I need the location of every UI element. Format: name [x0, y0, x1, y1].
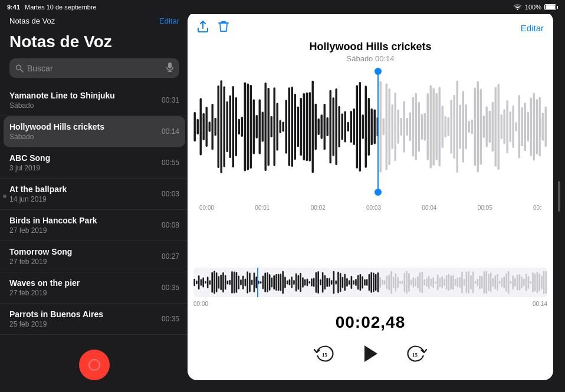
svg-rect-193	[340, 273, 341, 292]
svg-rect-8	[197, 119, 199, 134]
svg-rect-234	[431, 279, 432, 286]
svg-rect-191	[335, 280, 337, 284]
svg-rect-146	[236, 272, 238, 293]
svg-rect-100	[468, 121, 469, 133]
recording-item[interactable]: Yamanote Line to Shinjuku Sábado 00:31	[0, 85, 189, 116]
svg-rect-269	[508, 271, 510, 294]
detail-edit-button[interactable]: Editar	[521, 23, 544, 33]
rewind-15-button[interactable]: 15	[311, 341, 337, 367]
svg-rect-103	[477, 81, 478, 172]
svg-rect-93	[448, 117, 449, 136]
svg-rect-120	[527, 112, 529, 141]
svg-rect-181	[313, 278, 315, 287]
svg-rect-246	[457, 277, 459, 287]
svg-rect-42	[297, 107, 299, 147]
svg-rect-276	[523, 279, 525, 286]
svg-rect-19	[229, 95, 231, 158]
recording-item-date: Sábado	[9, 133, 104, 141]
svg-rect-28	[255, 115, 257, 139]
mini-waveform-svg	[193, 268, 547, 297]
svg-rect-142	[227, 281, 229, 285]
svg-rect-56	[339, 106, 340, 147]
recording-item[interactable]: Hollywood Hills crickets Sábado 00:14	[4, 116, 185, 147]
recording-item[interactable]: Birds in Hancock Park 27 feb 2019 00:08	[0, 210, 189, 241]
svg-rect-111	[501, 114, 502, 139]
svg-rect-88	[432, 88, 434, 166]
svg-rect-13	[211, 104, 213, 150]
recording-item-date: 25 feb 2019	[9, 320, 103, 328]
svg-rect-271	[512, 275, 514, 289]
svg-rect-165	[278, 274, 280, 291]
svg-rect-108	[492, 102, 494, 151]
svg-rect-106	[485, 106, 487, 147]
recording-item-date: 27 feb 2019	[9, 226, 97, 235]
svg-rect-90	[439, 87, 441, 167]
svg-rect-95	[454, 95, 455, 159]
svg-rect-273	[517, 275, 518, 291]
svg-rect-75	[395, 93, 396, 161]
svg-rect-188	[329, 278, 330, 287]
recording-item-date: 27 feb 2019	[9, 289, 80, 297]
svg-point-6	[89, 360, 100, 370]
svg-rect-176	[302, 277, 304, 288]
svg-rect-278	[528, 276, 530, 289]
detail-title: Hollywood Hills crickets	[188, 41, 553, 54]
recording-item[interactable]: Parrots in Buenos Aires 25 feb 2019 00:3…	[0, 304, 189, 335]
waveform-main[interactable]	[193, 68, 547, 203]
svg-rect-139	[220, 275, 222, 291]
mini-timeline-label: 00:00	[193, 301, 208, 307]
recording-item[interactable]: Tomorrow Song 27 feb 2019 00:27	[0, 241, 189, 272]
svg-rect-26	[250, 85, 252, 169]
svg-rect-227	[415, 278, 416, 286]
recording-item-duration: 00:14	[162, 127, 179, 136]
svg-rect-125	[542, 113, 544, 140]
recording-item[interactable]: At the ballpark 14 jun 2019 00:03	[0, 179, 189, 210]
recording-item-info: Tomorrow Song 27 feb 2019	[9, 247, 72, 266]
svg-rect-133	[207, 276, 209, 288]
svg-rect-189	[331, 280, 333, 285]
share-icon[interactable]	[197, 20, 209, 36]
delete-icon[interactable]	[218, 20, 229, 36]
svg-rect-34	[273, 87, 275, 166]
svg-rect-78	[403, 101, 405, 152]
svg-rect-270	[510, 281, 512, 284]
svg-rect-157	[260, 281, 262, 284]
playhead-dot-top	[375, 68, 382, 75]
svg-rect-36	[280, 120, 281, 133]
svg-rect-102	[474, 88, 476, 166]
svg-rect-170	[289, 279, 291, 285]
svg-rect-140	[222, 272, 224, 293]
play-button[interactable]	[356, 339, 385, 368]
svg-rect-194	[342, 277, 344, 288]
recording-item-duration: 00:03	[162, 190, 179, 198]
svg-rect-104	[480, 88, 482, 164]
svg-rect-115	[512, 106, 514, 148]
svg-rect-190	[333, 271, 335, 294]
search-bar[interactable]	[9, 58, 179, 78]
left-edit-button[interactable]: Editar	[159, 17, 179, 25]
detail-header: Editar	[188, 12, 553, 41]
waveform-container[interactable]: 00:0000:0100:0200:0300:0400:0500:	[193, 68, 547, 263]
recording-item[interactable]: ABC Song 3 jul 2019 00:55	[0, 147, 189, 179]
recording-item-date: 27 feb 2019	[9, 258, 72, 266]
record-button[interactable]	[79, 350, 110, 380]
svg-rect-72	[386, 84, 387, 170]
svg-rect-154	[254, 272, 255, 292]
svg-rect-152	[249, 273, 251, 292]
battery-icon	[544, 4, 558, 10]
recording-item-info: Birds in Hancock Park 27 feb 2019	[9, 216, 97, 235]
recording-item[interactable]: Waves on the pier 27 feb 2019 00:35	[0, 272, 189, 304]
svg-rect-235	[432, 277, 434, 288]
svg-rect-46	[308, 92, 310, 161]
svg-rect-94	[450, 100, 452, 154]
mic-icon	[166, 62, 173, 74]
right-panel: Editar Hollywood Hills crickets Sábado 0…	[188, 12, 553, 380]
svg-rect-160	[267, 272, 268, 292]
svg-rect-224	[408, 273, 410, 292]
mini-waveform-container[interactable]	[193, 268, 547, 297]
forward-15-button[interactable]: 15	[404, 341, 430, 367]
search-input[interactable]	[27, 64, 163, 73]
svg-rect-258	[484, 271, 485, 294]
svg-rect-32	[268, 88, 270, 166]
svg-rect-171	[291, 276, 293, 288]
